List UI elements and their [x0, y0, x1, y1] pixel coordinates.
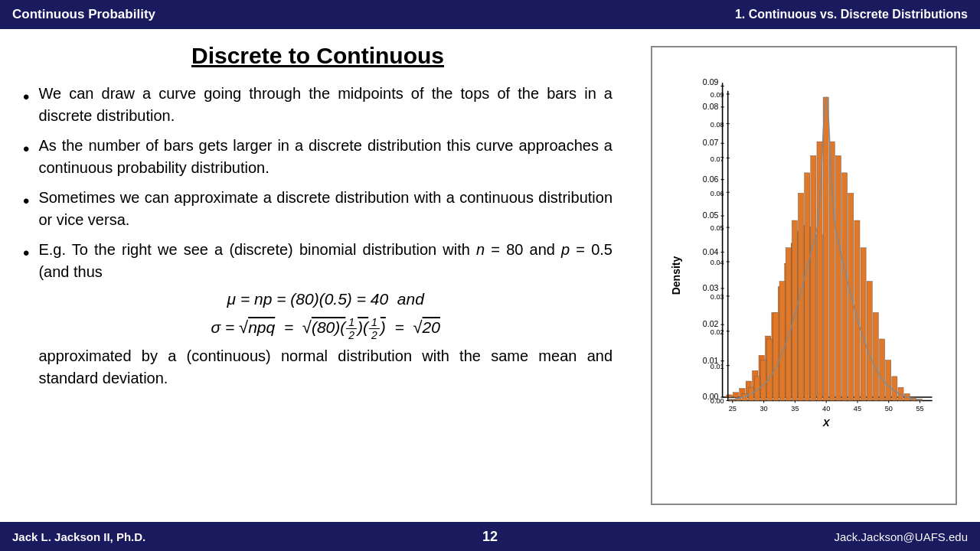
- footer-left: Jack L. Jackson II, Ph.D.: [12, 530, 145, 543]
- svg-rect-80: [861, 248, 866, 401]
- footer-center-page: 12: [482, 529, 498, 545]
- bullet-dot-3: •: [23, 188, 29, 215]
- svg-rect-77: [842, 173, 848, 401]
- footer-right: Jack.Jackson@UAFS.edu: [835, 530, 968, 543]
- svg-rect-67: [779, 282, 785, 401]
- header-right-title: 1. Continuous vs. Discrete Distributions: [735, 8, 968, 21]
- histogram-chart: 0.00 0.01 0.02 0.03 0.04 0.05 0.06 0.07 …: [698, 63, 940, 458]
- bullet-dot-1: •: [23, 84, 29, 111]
- svg-text:50: 50: [885, 405, 893, 412]
- main-content: Discrete to Continuous • We can draw a c…: [0, 29, 980, 522]
- bullet-item-3: • Sometimes we can approximate a discret…: [23, 187, 612, 231]
- svg-text:X: X: [822, 417, 831, 429]
- svg-text:0.06: 0.06: [710, 190, 724, 197]
- svg-text:0.01: 0.01: [710, 363, 724, 370]
- bullet-text-1: We can draw a curve going through the mi…: [38, 83, 612, 127]
- svg-text:55: 55: [916, 405, 923, 412]
- svg-text:25: 25: [729, 405, 737, 412]
- bullet-text-3: Sometimes we can approximate a discrete …: [38, 187, 612, 231]
- chart-container: Density 0.00 0.01 0.02 0.03 0.04 0.05 0.…: [651, 46, 957, 505]
- svg-rect-71: [805, 173, 810, 401]
- svg-rect-76: [835, 155, 841, 400]
- svg-text:45: 45: [854, 405, 861, 412]
- bullet-text-4-extra: approximated by a (continuous) normal di…: [38, 347, 612, 386]
- svg-text:0.08: 0.08: [710, 121, 724, 129]
- bullet-dot-4: •: [23, 240, 29, 267]
- svg-rect-85: [892, 377, 897, 401]
- svg-rect-84: [886, 360, 891, 400]
- svg-text:0.02: 0.02: [710, 328, 724, 336]
- formula-1: μ = np = (80)(0.5) = 40 and: [38, 288, 612, 311]
- header: Continuous Probability 1. Continuous vs.…: [0, 0, 980, 29]
- bullet-item-2: • As the number of bars gets larger in a…: [23, 135, 612, 179]
- bullet-item-1: • We can draw a curve going through the …: [23, 83, 612, 127]
- svg-rect-65: [767, 339, 773, 401]
- text-panel: Discrete to Continuous • We can draw a c…: [0, 29, 635, 522]
- svg-rect-74: [823, 97, 828, 401]
- slide-title: Discrete to Continuous: [23, 43, 612, 69]
- svg-text:0.00: 0.00: [710, 397, 724, 405]
- svg-text:0.03: 0.03: [710, 293, 724, 301]
- formula-2: σ = √npq = √(80)(12)(12) = √20: [38, 315, 612, 342]
- svg-rect-68: [786, 248, 791, 401]
- svg-text:35: 35: [791, 405, 799, 412]
- svg-rect-82: [873, 312, 878, 400]
- header-left-title: Continuous Probability: [12, 7, 155, 22]
- svg-rect-73: [817, 142, 822, 400]
- bullet-text-2: As the number of bars gets larger in a d…: [38, 135, 612, 179]
- svg-text:0.07: 0.07: [710, 155, 724, 163]
- svg-rect-64: [761, 360, 766, 400]
- chart-inner: 0.00 0.01 0.02 0.03 0.04 0.05 0.06 0.07 …: [698, 63, 940, 458]
- svg-text:30: 30: [760, 405, 768, 412]
- svg-rect-81: [867, 282, 872, 401]
- footer: Jack L. Jackson II, Ph.D. 12 Jack.Jackso…: [0, 522, 980, 551]
- svg-text:0.09: 0.09: [710, 91, 724, 99]
- svg-text:40: 40: [822, 405, 830, 412]
- bullets-list: • We can draw a curve going through the …: [23, 83, 612, 397]
- svg-text:0.04: 0.04: [710, 259, 724, 266]
- svg-rect-66: [773, 312, 779, 400]
- bullet-text-4: E.g. To the right we see a (discrete) bi…: [38, 239, 612, 390]
- bullet-item-4: • E.g. To the right we see a (discrete) …: [23, 239, 612, 390]
- chart-panel: Density 0.00 0.01 0.02 0.03 0.04 0.05 0.…: [635, 29, 980, 522]
- svg-rect-70: [798, 193, 803, 400]
- svg-rect-72: [811, 155, 816, 400]
- chart-y-label: Density: [670, 256, 682, 295]
- svg-text:0.05: 0.05: [710, 224, 724, 232]
- svg-rect-83: [879, 339, 884, 401]
- bullet-dot-2: •: [23, 136, 29, 163]
